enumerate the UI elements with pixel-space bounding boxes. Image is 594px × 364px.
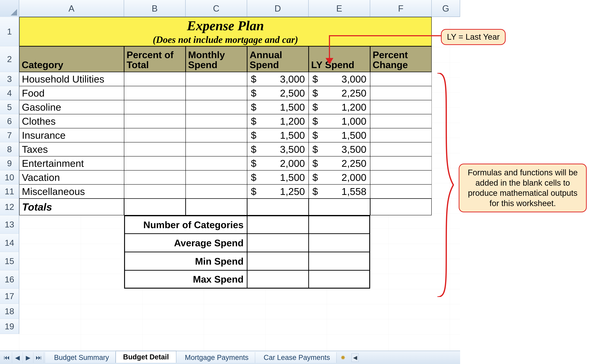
- cell-annual-spend[interactable]: $1,500: [247, 100, 309, 114]
- title-cell[interactable]: Expense Plan (Does not include mortgage …: [19, 17, 432, 46]
- cell-monthly-spend[interactable]: [186, 156, 247, 170]
- row-header-12[interactable]: 12: [0, 198, 19, 215]
- totals-F[interactable]: [370, 198, 432, 215]
- col-header-C[interactable]: C: [186, 0, 247, 17]
- cell-percent-change[interactable]: [370, 184, 432, 198]
- cell-ly-spend[interactable]: $3,000: [309, 72, 370, 86]
- row-header-4[interactable]: 4: [0, 86, 19, 100]
- summary-value-E13[interactable]: [309, 215, 370, 234]
- row-header-3[interactable]: 3: [0, 72, 19, 86]
- header-percent-change[interactable]: Percent Change: [370, 46, 432, 72]
- tab-nav-first-icon[interactable]: ⏮: [1, 352, 12, 363]
- summary-value-E16[interactable]: [309, 270, 370, 289]
- row-header-19[interactable]: 19: [0, 319, 19, 334]
- col-header-D[interactable]: D: [247, 0, 309, 17]
- row-header-1[interactable]: 1: [0, 17, 19, 46]
- summary-label-max-spend[interactable]: Max Spend: [124, 270, 247, 289]
- cell-percent-of-total[interactable]: [124, 184, 186, 198]
- cell-percent-change[interactable]: [370, 128, 432, 142]
- totals-B[interactable]: [124, 198, 186, 215]
- summary-label-average-spend[interactable]: Average Spend: [124, 234, 247, 252]
- cell-annual-spend[interactable]: $1,250: [247, 184, 309, 198]
- tab-budget-summary[interactable]: Budget Summary: [46, 352, 115, 363]
- header-monthly-spend[interactable]: Monthly Spend: [186, 46, 247, 72]
- new-sheet-icon[interactable]: ✸: [338, 353, 348, 362]
- header-ly-spend[interactable]: LY Spend: [309, 46, 370, 72]
- cell-monthly-spend[interactable]: [186, 72, 247, 86]
- cell-percent-of-total[interactable]: [124, 128, 186, 142]
- row-header-16[interactable]: 16: [0, 270, 19, 289]
- cell-annual-spend[interactable]: $2,000: [247, 156, 309, 170]
- cell-ly-spend[interactable]: $3,500: [309, 142, 370, 156]
- summary-value-D15[interactable]: [247, 252, 309, 270]
- row-header-6[interactable]: 6: [0, 114, 19, 128]
- cell-percent-change[interactable]: [370, 72, 432, 86]
- cell-ly-spend[interactable]: $1,000: [309, 114, 370, 128]
- cell-ly-spend[interactable]: $2,000: [309, 170, 370, 184]
- cell-percent-of-total[interactable]: [124, 72, 186, 86]
- summary-label-num-categories[interactable]: Number of Categories: [124, 215, 247, 234]
- tab-nav-next-icon[interactable]: ▶: [23, 352, 34, 363]
- row-header-2[interactable]: 2: [0, 46, 19, 72]
- cell-monthly-spend[interactable]: [186, 142, 247, 156]
- header-annual-spend[interactable]: Annual Spend: [247, 46, 309, 72]
- cell-category[interactable]: Taxes: [19, 142, 124, 156]
- cell-category[interactable]: Insurance: [19, 128, 124, 142]
- totals-E[interactable]: [309, 198, 370, 215]
- cell-monthly-spend[interactable]: [186, 184, 247, 198]
- cell-category[interactable]: Food: [19, 86, 124, 100]
- cell-category[interactable]: Entertainment: [19, 156, 124, 170]
- row-header-15[interactable]: 15: [0, 252, 19, 270]
- cell-ly-spend[interactable]: $1,558: [309, 184, 370, 198]
- row-header-17[interactable]: 17: [0, 289, 19, 304]
- summary-value-D16[interactable]: [247, 270, 309, 289]
- totals-label[interactable]: Totals: [19, 198, 124, 215]
- tab-nav-last-icon[interactable]: ⏭: [34, 352, 44, 363]
- cell-annual-spend[interactable]: $1,500: [247, 170, 309, 184]
- row-header-5[interactable]: 5: [0, 100, 19, 114]
- header-percent-of-total[interactable]: Percent of Total: [124, 46, 186, 72]
- totals-D[interactable]: [247, 198, 309, 215]
- cell-percent-change[interactable]: [370, 156, 432, 170]
- cell-percent-change[interactable]: [370, 114, 432, 128]
- row-header-7[interactable]: 7: [0, 128, 19, 142]
- col-header-F[interactable]: F: [370, 0, 432, 17]
- select-all-triangle[interactable]: [0, 0, 19, 17]
- cell-percent-of-total[interactable]: [124, 100, 186, 114]
- cell-A13[interactable]: [19, 215, 124, 234]
- cell-annual-spend[interactable]: $2,500: [247, 86, 309, 100]
- col-header-E[interactable]: E: [309, 0, 370, 17]
- row-header-13[interactable]: 13: [0, 215, 19, 234]
- cell-category[interactable]: Gasoline: [19, 100, 124, 114]
- col-header-A[interactable]: A: [19, 0, 124, 17]
- cell-percent-of-total[interactable]: [124, 170, 186, 184]
- cell-percent-of-total[interactable]: [124, 86, 186, 100]
- summary-value-D14[interactable]: [247, 234, 309, 252]
- col-header-G[interactable]: G: [432, 0, 460, 17]
- tab-nav-prev-icon[interactable]: ◀: [12, 352, 23, 363]
- header-category[interactable]: Category: [19, 46, 124, 72]
- cell-category[interactable]: Vacation: [19, 170, 124, 184]
- summary-value-D13[interactable]: [247, 215, 309, 234]
- cell-monthly-spend[interactable]: [186, 128, 247, 142]
- cell-percent-of-total[interactable]: [124, 156, 186, 170]
- cell-category[interactable]: Household Utilities: [19, 72, 124, 86]
- tab-budget-detail[interactable]: Budget Detail: [115, 351, 176, 363]
- cell-ly-spend[interactable]: $2,250: [309, 86, 370, 100]
- cell-ly-spend[interactable]: $1,500: [309, 128, 370, 142]
- cell-A15[interactable]: [19, 252, 124, 270]
- cell-percent-of-total[interactable]: [124, 114, 186, 128]
- cell-monthly-spend[interactable]: [186, 86, 247, 100]
- cell-monthly-spend[interactable]: [186, 114, 247, 128]
- tab-car-lease-payments[interactable]: Car Lease Payments: [255, 352, 337, 363]
- cell-category[interactable]: Miscellaneous: [19, 184, 124, 198]
- row-header-18[interactable]: 18: [0, 304, 19, 319]
- row-header-11[interactable]: 11: [0, 184, 19, 198]
- cell-percent-change[interactable]: [370, 86, 432, 100]
- col-header-B[interactable]: B: [124, 0, 186, 17]
- cell-A14[interactable]: [19, 234, 124, 252]
- cell-ly-spend[interactable]: $2,250: [309, 156, 370, 170]
- row-header-9[interactable]: 9: [0, 156, 19, 170]
- totals-C[interactable]: [186, 198, 247, 215]
- cell-percent-change[interactable]: [370, 100, 432, 114]
